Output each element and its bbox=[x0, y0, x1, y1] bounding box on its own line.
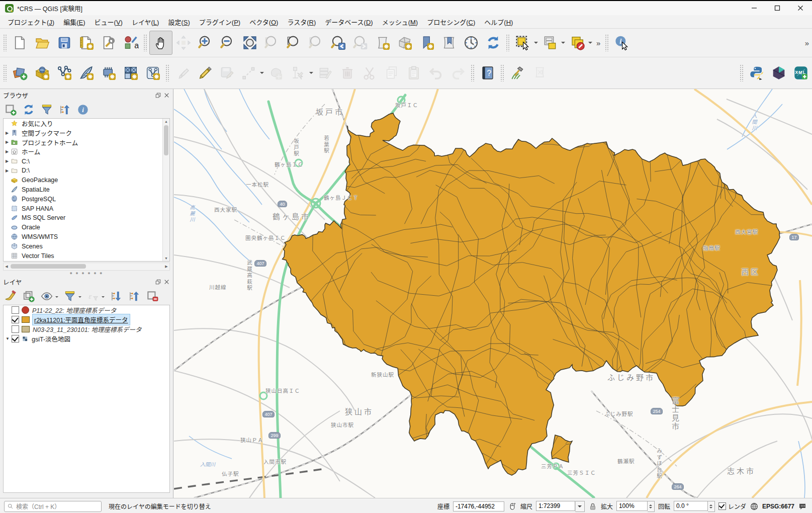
layers-float-button[interactable] bbox=[155, 279, 161, 285]
select-features-dropdown[interactable] bbox=[534, 31, 539, 54]
dock-splitter[interactable]: ● ● ● ● ● ● bbox=[0, 271, 173, 276]
menu-4[interactable]: レイヤ(L) bbox=[127, 16, 164, 28]
rotation-input[interactable] bbox=[674, 501, 708, 511]
remove-layer-button[interactable] bbox=[146, 290, 159, 303]
select-by-value-button[interactable] bbox=[539, 31, 561, 54]
filter-legend-dropdown[interactable] bbox=[78, 296, 81, 299]
magnifier-input[interactable] bbox=[616, 501, 648, 511]
open-project-button[interactable] bbox=[31, 31, 53, 54]
scroll-up-arrow[interactable]: ▲ bbox=[163, 119, 169, 124]
toolbar-handle[interactable] bbox=[605, 34, 609, 51]
browser-item--[interactable]: ▶プロジェクトホーム bbox=[4, 138, 169, 147]
layer-item-4[interactable]: ▼gsiT-淡色地図 bbox=[4, 334, 169, 344]
browser-item-scenes[interactable]: Scenes bbox=[4, 241, 169, 251]
style-manager-button[interactable]: a bbox=[120, 31, 142, 54]
browser-item-oracle[interactable]: Oracle bbox=[4, 223, 169, 232]
layer-visibility-checkbox[interactable] bbox=[12, 335, 19, 343]
magnifier-spinner[interactable] bbox=[648, 501, 655, 512]
layer-visibility-checkbox[interactable] bbox=[12, 325, 19, 333]
layer-visibility-checkbox[interactable] bbox=[12, 316, 19, 323]
expand-arrow-icon[interactable]: ▶ bbox=[4, 131, 11, 135]
refresh-button[interactable] bbox=[22, 103, 35, 116]
browser-close-button[interactable] bbox=[163, 92, 170, 99]
project-properties-button[interactable] bbox=[98, 31, 120, 54]
browser-item-vector-tiles[interactable]: Vector Tiles bbox=[4, 251, 169, 261]
themes-eye-dropdown[interactable] bbox=[55, 296, 58, 299]
layout-manager-button[interactable] bbox=[75, 31, 98, 54]
new-spatialite-layer-button[interactable] bbox=[75, 61, 98, 84]
add-group-button[interactable] bbox=[22, 290, 35, 303]
menu-10[interactable]: メッシュ(M) bbox=[378, 16, 423, 28]
toolbar-handle[interactable] bbox=[500, 64, 505, 81]
toolbar-handle[interactable] bbox=[165, 64, 170, 81]
browser-item--[interactable]: お気に入り bbox=[4, 119, 169, 128]
new-geopackage-layer-button[interactable] bbox=[31, 61, 53, 84]
browser-float-button[interactable] bbox=[155, 92, 161, 99]
toolbar-handle[interactable] bbox=[143, 34, 148, 51]
collapse-all-button[interactable] bbox=[128, 290, 141, 303]
expand-arrow-icon[interactable]: ▶ bbox=[4, 168, 11, 173]
cube-plugin-button[interactable] bbox=[768, 61, 790, 84]
crs-status[interactable]: EPSG:6677 bbox=[762, 503, 794, 510]
show-spatial-bookmarks-button[interactable] bbox=[438, 31, 460, 54]
browser-vertical-scrollbar[interactable]: ▲ ▼ bbox=[162, 119, 169, 261]
menu-8[interactable]: ラスタ(R) bbox=[283, 16, 320, 28]
scrollbar-thumb[interactable] bbox=[164, 125, 168, 155]
layer-expand-arrow[interactable]: ▼ bbox=[6, 336, 12, 341]
collapse-tree-button[interactable] bbox=[58, 103, 71, 116]
toolbar-handle[interactable] bbox=[471, 64, 475, 81]
new-3d-map-view-button[interactable] bbox=[394, 31, 416, 54]
menu-11[interactable]: プロセシング(C) bbox=[422, 16, 480, 28]
themes-eye-button[interactable] bbox=[40, 290, 53, 303]
menu-5[interactable]: 設定(S) bbox=[163, 16, 194, 28]
locator-search-input[interactable]: 検索（Ctrl + K） bbox=[4, 501, 102, 512]
expand-all-button[interactable] bbox=[110, 290, 123, 303]
map-canvas[interactable]: 坂戸市鶴ヶ島市狭山市ふじみ野市富士見市志木市西区坂戸ＩＣ坂戸駅若葉駅鶴ヶ島ＩＣ鶴… bbox=[174, 89, 812, 498]
zoom-in-button[interactable] bbox=[195, 31, 217, 54]
toolbar-handle[interactable] bbox=[3, 64, 8, 81]
toolbar-handle[interactable] bbox=[3, 34, 8, 51]
render-checkbox-box[interactable] bbox=[718, 502, 726, 510]
browser-item-postgresql[interactable]: PostgreSQL bbox=[4, 194, 169, 204]
toolbar-handle[interactable] bbox=[740, 64, 744, 81]
new-project-button[interactable] bbox=[9, 31, 31, 54]
mouse-extent-icon[interactable] bbox=[508, 502, 517, 511]
menu-3[interactable]: ビュー(V) bbox=[90, 16, 127, 28]
deselect-all-dropdown[interactable] bbox=[588, 31, 593, 54]
crs-globe-icon[interactable] bbox=[750, 502, 759, 511]
coordinate-input[interactable] bbox=[453, 501, 504, 511]
minimize-button[interactable] bbox=[743, 1, 766, 15]
select-features-button[interactable] bbox=[512, 31, 534, 54]
layer-item-2[interactable]: r2ka11201:平面直角座標系データ bbox=[4, 315, 169, 324]
toolbar-overflow-button[interactable]: » bbox=[593, 39, 603, 47]
menu-7[interactable]: ベクタ(O) bbox=[245, 16, 283, 28]
temporal-controller-button[interactable] bbox=[460, 31, 482, 54]
python-console-button[interactable] bbox=[746, 61, 768, 84]
browser-item-d-[interactable]: ▶D:\ bbox=[4, 166, 169, 176]
browser-item-c-[interactable]: ▶C:\ bbox=[4, 156, 169, 166]
new-spatial-bookmark-button[interactable] bbox=[416, 31, 438, 54]
layer-item-1[interactable]: P11-22_22: 地理座標系データ bbox=[4, 305, 169, 315]
browser-item-wms-wmts[interactable]: WMS/WMTS bbox=[4, 232, 169, 242]
zoom-out-button[interactable] bbox=[217, 31, 239, 54]
new-mesh-layer-button[interactable] bbox=[98, 61, 120, 84]
layer-item-3[interactable]: N03-23_11_230101: 地理座標系データ bbox=[4, 324, 169, 334]
browser-item--[interactable]: ▶ホーム bbox=[4, 147, 169, 156]
rotation-spinner[interactable] bbox=[708, 501, 715, 512]
zoom-last-button[interactable] bbox=[327, 31, 349, 54]
save-project-button[interactable] bbox=[53, 31, 75, 54]
zoom-to-layer-button[interactable] bbox=[283, 31, 305, 54]
render-checkbox[interactable]: レンダ bbox=[718, 502, 746, 510]
expand-arrow-icon[interactable]: ▶ bbox=[4, 149, 11, 154]
close-button[interactable] bbox=[789, 1, 812, 15]
scroll-left-arrow[interactable]: ◀ bbox=[4, 263, 10, 269]
filter-legend-button[interactable] bbox=[63, 290, 76, 303]
refresh-button[interactable] bbox=[482, 31, 504, 54]
menu-9[interactable]: データベース(D) bbox=[320, 16, 377, 28]
properties-button[interactable]: i bbox=[76, 103, 89, 116]
toggle-editing-button[interactable] bbox=[194, 61, 216, 84]
help-button[interactable]: ? bbox=[477, 61, 499, 84]
expand-arrow-icon[interactable]: ▶ bbox=[4, 140, 11, 144]
vertex-tool-dropdown[interactable] bbox=[309, 61, 314, 84]
menu-12[interactable]: ヘルプ(H) bbox=[480, 16, 517, 28]
